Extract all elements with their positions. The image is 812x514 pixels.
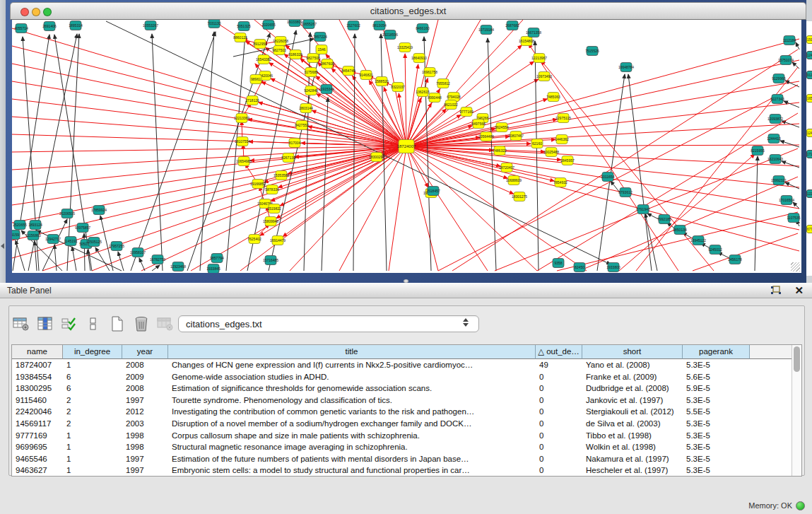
column-header-in_degree[interactable]: in_degree bbox=[63, 345, 122, 359]
graph-node[interactable]: 9227343 bbox=[770, 95, 784, 104]
table-cell[interactable]: 14569117 bbox=[12, 418, 63, 430]
graph-node[interactable]: 1895314 bbox=[69, 21, 83, 30]
graph-node[interactable]: 10553267 bbox=[143, 21, 158, 30]
graph-node[interactable]: 12942737 bbox=[45, 235, 61, 244]
graph-node[interactable]: 7625402 bbox=[247, 235, 261, 244]
network-canvas[interactable]: 8860123891295418226058982750316543382818… bbox=[12, 20, 801, 273]
graph-node[interactable]: 15716485 bbox=[263, 256, 278, 265]
graph-node[interactable]: 8427552 bbox=[295, 121, 309, 130]
table-cell[interactable]: Dudbridge et al. (2008) bbox=[582, 382, 683, 395]
graph-node[interactable]: 8267130 bbox=[281, 153, 295, 163]
table-cell[interactable]: 18300295 bbox=[12, 382, 63, 395]
graph-node[interactable]: 1518457 bbox=[426, 187, 440, 196]
table-cell[interactable]: 1997 bbox=[122, 465, 168, 477]
memory-status-icon[interactable] bbox=[796, 501, 805, 510]
table-cell[interactable]: 5.3E-5 bbox=[683, 441, 750, 453]
graph-edge[interactable] bbox=[782, 161, 799, 168]
graph-node[interactable]: 13325419 bbox=[397, 43, 413, 52]
table-cell[interactable]: 49 bbox=[536, 359, 582, 371]
table-cell[interactable]: 9699695 bbox=[12, 441, 63, 453]
graph-node[interactable]: 9129966 bbox=[772, 74, 786, 83]
table-vertical-scrollbar[interactable] bbox=[792, 345, 801, 476]
graph-node[interactable]: 15958 bbox=[806, 35, 812, 44]
graph-node[interactable]: 15809948 bbox=[263, 217, 278, 226]
trash-icon[interactable] bbox=[131, 314, 151, 334]
table-cell[interactable]: Yano et al. (2008) bbox=[582, 359, 683, 371]
table-cell[interactable]: Nakamura et al. (1997) bbox=[582, 453, 683, 465]
graph-node[interactable]: 12923468 bbox=[170, 262, 186, 271]
graph-node[interactable]: 11156863 bbox=[25, 231, 41, 240]
table-cell[interactable]: 0 bbox=[536, 453, 582, 465]
graph-node[interactable]: 10688609 bbox=[506, 176, 522, 185]
graph-node[interactable]: 8912954 bbox=[253, 40, 267, 49]
graph-node[interactable]: 18724007 bbox=[397, 140, 416, 153]
graph-node[interactable]: 12975115 bbox=[555, 114, 571, 123]
graph-edge[interactable] bbox=[405, 54, 406, 146]
table-cell[interactable]: 1 bbox=[63, 465, 122, 477]
table-cell[interactable]: 6 bbox=[63, 382, 122, 395]
table-cell[interactable]: 2 bbox=[63, 418, 122, 430]
graph-node[interactable]: 7992185 bbox=[657, 215, 671, 224]
graph-node[interactable]: 8860123 bbox=[233, 33, 247, 42]
table-cell[interactable]: 9777169 bbox=[12, 430, 63, 442]
graph-node[interactable]: 2456178 bbox=[728, 255, 742, 264]
graph-edge[interactable] bbox=[406, 146, 537, 271]
graph-node[interactable]: 8793612 bbox=[618, 188, 632, 197]
graph-node[interactable]: 16961758 bbox=[422, 68, 437, 77]
table-row[interactable]: 2242004622012Investigating the contribut… bbox=[12, 406, 792, 418]
graph-node[interactable]: 21915346 bbox=[319, 85, 334, 94]
table-cell[interactable]: 0 bbox=[536, 418, 582, 430]
graph-node[interactable]: 15353584 bbox=[273, 171, 289, 180]
graph-node[interactable]: 1244413 bbox=[767, 134, 781, 144]
graph-edge[interactable] bbox=[118, 252, 124, 271]
table-cell[interactable]: Tourette syndrome. Phenomenology and cla… bbox=[168, 395, 536, 407]
graph-node[interactable]: 9242848 bbox=[304, 86, 318, 95]
graph-node[interactable]: 19218596 bbox=[382, 30, 398, 40]
table-cell[interactable]: 5.3E-5 bbox=[683, 430, 750, 442]
table-cell[interactable]: 0 bbox=[536, 430, 582, 442]
table-cell[interactable]: 9463627 bbox=[12, 465, 63, 477]
show-columns-icon[interactable] bbox=[35, 314, 54, 334]
graph-node[interactable]: 8990448 bbox=[428, 93, 442, 103]
graph-node[interactable]: 16648784 bbox=[618, 63, 634, 72]
graph-node[interactable]: 9827508 bbox=[306, 54, 320, 63]
column-header-out_de[interactable]: △ out_de… bbox=[536, 345, 582, 359]
graph-node[interactable]: 12505125 bbox=[86, 238, 102, 247]
graph-node[interactable]: 1112184 bbox=[783, 36, 796, 45]
graph-node[interactable]: 1546 bbox=[316, 45, 327, 54]
table-row[interactable]: 946362711997Embryonic stem cells: a mode… bbox=[12, 465, 792, 477]
table-cell[interactable]: 1 bbox=[63, 441, 122, 453]
table-cell[interactable]: 1998 bbox=[122, 430, 168, 442]
graph-node[interactable]: 1933800 bbox=[606, 263, 620, 272]
graph-node[interactable]: 6497568 bbox=[471, 119, 486, 129]
table-row[interactable]: 1938455462009Genome-wide association stu… bbox=[12, 371, 792, 383]
table-cell[interactable]: 2012 bbox=[122, 406, 168, 418]
graph-edge[interactable] bbox=[16, 240, 25, 271]
table-cell[interactable]: 2 bbox=[63, 406, 122, 418]
graph-node[interactable]: 7955812 bbox=[436, 79, 450, 88]
graph-node[interactable]: 20564486 bbox=[478, 132, 494, 141]
table-cell[interactable]: 2008 bbox=[122, 382, 168, 395]
table-cell[interactable]: de Silva et al. (2003) bbox=[582, 418, 683, 430]
table-selector-dropdown[interactable]: citations_edges.txt bbox=[178, 315, 479, 332]
column-stack-icon[interactable] bbox=[83, 314, 102, 334]
graph-node[interactable]: 2691406 bbox=[42, 22, 57, 31]
table-cell[interactable]: Changes of HCN gene expression and I(f) … bbox=[168, 359, 536, 371]
graph-edge[interactable] bbox=[792, 62, 799, 69]
table-row[interactable]: 1872400712008Changes of HCN gene express… bbox=[12, 359, 792, 371]
delete-table-icon[interactable] bbox=[155, 314, 175, 334]
graph-edge[interactable] bbox=[283, 146, 406, 237]
row-selection-icon[interactable] bbox=[59, 314, 78, 334]
graph-node[interactable]: 9358 bbox=[553, 259, 564, 268]
graph-node[interactable]: 2687682 bbox=[505, 21, 519, 30]
graph-node[interactable]: 1446362 bbox=[555, 135, 569, 144]
graph-edge[interactable] bbox=[406, 39, 799, 146]
table-cell[interactable]: Wolkin et al. (1998) bbox=[582, 441, 683, 453]
graph-node[interactable]: 8813054 bbox=[372, 21, 387, 30]
graph-node[interactable]: 10958107 bbox=[130, 248, 146, 257]
table-cell[interactable]: 0 bbox=[536, 441, 582, 453]
table-cell[interactable]: 19384554 bbox=[12, 371, 63, 383]
graph-node[interactable]: 9827503 bbox=[272, 46, 286, 55]
graph-edge[interactable] bbox=[84, 233, 85, 271]
table-cell[interactable]: 1997 bbox=[122, 395, 168, 407]
